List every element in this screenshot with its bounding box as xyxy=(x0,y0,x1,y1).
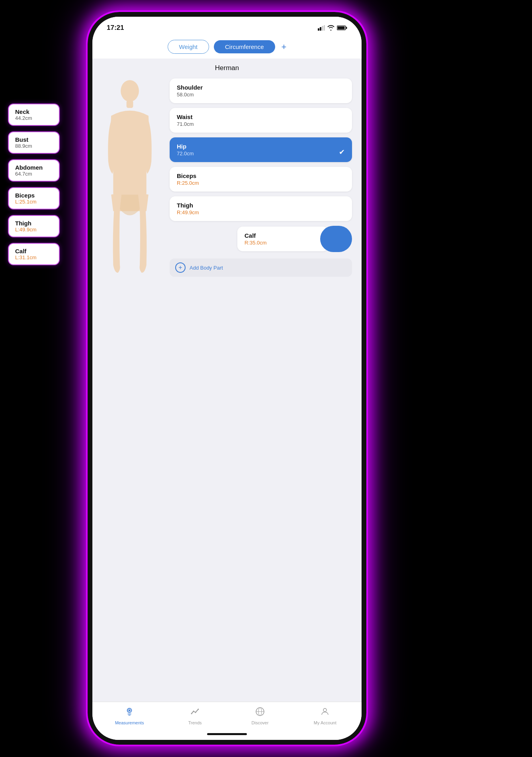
measure-row-calf-r: Calf R:35.0cm xyxy=(237,226,352,252)
measure-card-hip[interactable]: Hip 72.0cm ✔ xyxy=(170,137,352,162)
svg-point-11 xyxy=(191,713,192,714)
svg-point-13 xyxy=(195,712,196,713)
svg-rect-2 xyxy=(322,26,323,31)
svg-rect-0 xyxy=(318,28,319,31)
float-card-label: Biceps xyxy=(15,192,53,199)
svg-point-12 xyxy=(193,711,194,712)
top-tabs: Weight Circumference + xyxy=(92,35,362,59)
svg-point-14 xyxy=(198,709,199,710)
status-bar: 17:21 xyxy=(92,17,362,35)
battery-icon xyxy=(337,25,347,31)
nav-item-trends[interactable]: Trends xyxy=(181,707,209,725)
svg-point-7 xyxy=(121,80,139,102)
measure-card-shoulder[interactable]: Shoulder 58.0cm xyxy=(170,78,352,103)
phone-screen: 17:21 xyxy=(92,17,362,740)
home-indicator xyxy=(92,733,362,740)
float-card-value: 64.7cm xyxy=(15,171,53,177)
nav-icon-measurements xyxy=(125,707,134,719)
float-card-label: Bust xyxy=(15,136,53,143)
float-card-value: 88.9cm xyxy=(15,143,53,149)
scene: Neck 44.2cm Bust 88.9cm Abdomen 64.7cm B… xyxy=(0,0,532,757)
measurements-icon xyxy=(125,707,134,716)
svg-point-18 xyxy=(323,708,327,712)
bottom-nav: Measurements Trends Discover My Account xyxy=(92,702,362,733)
trends-icon xyxy=(190,707,200,716)
float-card-calf-l: Calf L:31.1cm xyxy=(8,243,60,265)
add-tab-button[interactable]: + xyxy=(282,42,287,52)
check-icon: ✔ xyxy=(339,148,345,156)
wifi-icon xyxy=(327,25,334,31)
measure-value: R:25.0cm xyxy=(177,180,345,186)
float-card-value: L:31.1cm xyxy=(15,254,53,260)
float-card-neck: Neck 44.2cm xyxy=(8,104,60,126)
measure-label: Thigh xyxy=(177,202,345,209)
delete-swipe-button[interactable] xyxy=(320,226,352,252)
measure-label: Shoulder xyxy=(177,84,345,91)
my-account-icon xyxy=(320,707,330,716)
measurement-cards-list: Shoulder 58.0cm Waist 71.0cm Hip 72.0cm … xyxy=(170,78,352,252)
add-body-part-label: Add Body Part xyxy=(190,265,223,271)
phone-frame: 17:21 xyxy=(88,12,366,745)
measure-card-biceps-r[interactable]: Biceps R:25.0cm xyxy=(170,167,352,192)
float-card-label: Abdomen xyxy=(15,164,53,171)
float-card-value: L:25.1cm xyxy=(15,199,53,205)
nav-icon-my-account xyxy=(320,707,330,719)
add-body-part-icon: + xyxy=(175,262,186,273)
measure-label: Waist xyxy=(177,113,345,120)
svg-rect-5 xyxy=(338,27,345,29)
nav-label-measurements: Measurements xyxy=(115,720,144,725)
svg-rect-1 xyxy=(320,27,321,31)
floating-cards-panel: Neck 44.2cm Bust 88.9cm Abdomen 64.7cm B… xyxy=(8,104,60,265)
circumference-tab[interactable]: Circumference xyxy=(214,40,275,53)
nav-label-my-account: My Account xyxy=(314,720,336,725)
measure-label: Hip xyxy=(177,143,345,150)
status-icons xyxy=(318,25,347,31)
measure-card-waist[interactable]: Waist 71.0cm xyxy=(170,108,352,133)
nav-item-discover[interactable]: Discover xyxy=(246,707,274,725)
measure-value: 72.0cm xyxy=(177,151,345,156)
svg-rect-9 xyxy=(113,143,146,196)
float-card-thigh-l: Thigh L:49.9cm xyxy=(8,215,60,237)
body-measurement-area: Shoulder 58.0cm Waist 71.0cm Hip 72.0cm … xyxy=(102,78,352,277)
nav-icon-discover xyxy=(255,707,265,719)
float-card-label: Calf xyxy=(15,248,53,254)
measure-label: Calf xyxy=(244,232,321,239)
float-card-biceps-l: Biceps L:25.1cm xyxy=(8,187,60,209)
float-card-label: Neck xyxy=(15,108,53,115)
svg-point-10 xyxy=(129,710,130,711)
status-time: 17:21 xyxy=(107,24,124,32)
measure-card-calf-r[interactable]: Calf R:35.0cm xyxy=(237,227,328,251)
nav-icon-trends xyxy=(190,707,200,719)
user-name-label: Herman xyxy=(102,64,352,72)
float-card-value: L:49.9cm xyxy=(15,227,53,233)
discover-icon xyxy=(255,707,265,716)
phone-wrapper: 17:21 xyxy=(88,12,366,745)
measure-value: R:35.0cm xyxy=(244,240,321,246)
measure-value: 71.0cm xyxy=(177,121,345,127)
float-card-value: 44.2cm xyxy=(15,115,53,121)
measure-card-thigh-r[interactable]: Thigh R:49.9cm xyxy=(170,196,352,221)
float-card-bust: Bust 88.9cm xyxy=(8,131,60,154)
body-figure xyxy=(98,78,178,286)
svg-rect-8 xyxy=(127,100,133,108)
content-area: Herman xyxy=(92,59,362,702)
svg-rect-3 xyxy=(324,25,325,31)
nav-label-discover: Discover xyxy=(252,720,269,725)
float-card-label: Thigh xyxy=(15,220,53,227)
measure-value: R:49.9cm xyxy=(177,209,345,215)
weight-tab[interactable]: Weight xyxy=(168,40,209,54)
home-bar xyxy=(207,733,247,735)
nav-item-my-account[interactable]: My Account xyxy=(311,707,339,725)
signal-icon xyxy=(318,25,325,31)
nav-label-trends: Trends xyxy=(188,720,202,725)
measure-label: Biceps xyxy=(177,172,345,179)
float-card-abdomen: Abdomen 64.7cm xyxy=(8,159,60,182)
svg-rect-6 xyxy=(346,27,347,29)
nav-item-measurements[interactable]: Measurements xyxy=(115,707,144,725)
measure-value: 58.0cm xyxy=(177,92,345,98)
